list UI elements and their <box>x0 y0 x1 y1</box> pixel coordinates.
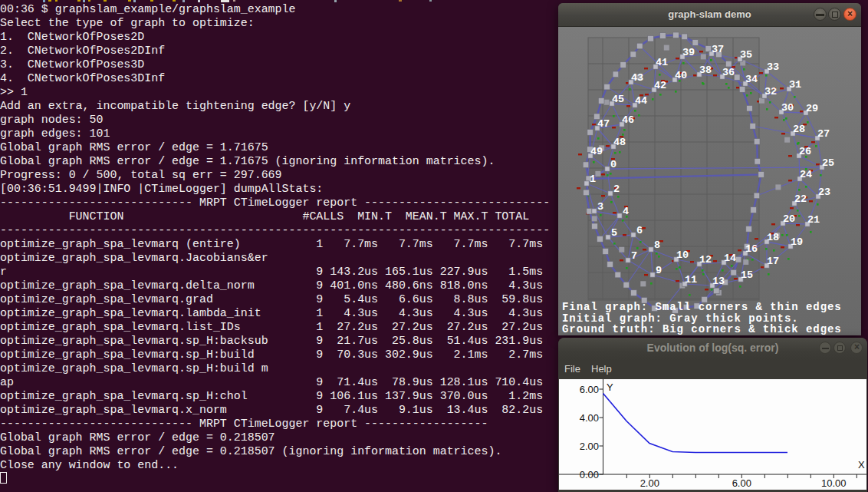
svg-text:19: 19 <box>791 236 803 248</box>
svg-text:37: 37 <box>712 44 724 55</box>
svg-text:38: 38 <box>699 64 712 76</box>
svg-text:23: 23 <box>818 187 830 198</box>
svg-text:25: 25 <box>822 157 834 169</box>
svg-text:47: 47 <box>597 118 610 130</box>
svg-text:28: 28 <box>793 124 805 135</box>
svg-text:13: 13 <box>712 276 725 287</box>
svg-text:0.00: 0.00 <box>580 468 599 480</box>
svg-text:33: 33 <box>767 61 779 73</box>
svg-text:31: 31 <box>789 79 801 91</box>
svg-text:8: 8 <box>654 239 660 251</box>
svg-text:X: X <box>858 459 865 471</box>
svg-text:0: 0 <box>610 159 616 170</box>
svg-text:17: 17 <box>767 256 779 267</box>
svg-text:40: 40 <box>675 70 687 81</box>
svg-text:16: 16 <box>745 243 758 255</box>
svg-text:44: 44 <box>635 95 647 107</box>
svg-text:6: 6 <box>636 225 643 236</box>
svg-text:2: 2 <box>613 183 620 195</box>
svg-text:6.00: 6.00 <box>580 383 599 395</box>
svg-text:15: 15 <box>741 269 753 281</box>
svg-text:Ground truth: Big corners & th: Ground truth: Big corners & thick edges <box>562 323 842 335</box>
svg-text:5: 5 <box>611 227 617 239</box>
svg-text:22: 22 <box>794 193 807 205</box>
svg-text:21: 21 <box>807 214 820 226</box>
svg-text:4: 4 <box>623 206 629 217</box>
svg-text:2.00: 2.00 <box>580 440 599 451</box>
svg-text:45: 45 <box>612 94 624 105</box>
svg-text:2.00: 2.00 <box>640 477 659 488</box>
svg-text:34: 34 <box>745 74 758 85</box>
svg-text:36: 36 <box>722 67 735 78</box>
svg-text:10.00: 10.00 <box>821 477 847 488</box>
svg-text:6.00: 6.00 <box>732 477 751 488</box>
svg-text:43: 43 <box>631 72 643 84</box>
svg-text:18: 18 <box>767 232 779 243</box>
svg-text:7: 7 <box>631 250 637 262</box>
svg-text:41: 41 <box>656 57 668 68</box>
svg-text:27: 27 <box>817 128 830 140</box>
svg-text:9: 9 <box>656 265 662 276</box>
svg-text:29: 29 <box>806 103 818 114</box>
svg-text:20: 20 <box>783 213 795 225</box>
svg-text:35: 35 <box>740 49 752 61</box>
svg-text:12: 12 <box>699 254 712 266</box>
svg-text:10: 10 <box>676 249 689 261</box>
svg-text:49: 49 <box>590 146 603 157</box>
svg-text:48: 48 <box>613 137 626 148</box>
svg-text:11: 11 <box>685 274 697 286</box>
svg-text:24: 24 <box>800 169 812 180</box>
svg-text:14: 14 <box>724 253 736 264</box>
svg-text:30: 30 <box>781 102 794 114</box>
svg-text:4.00: 4.00 <box>580 411 599 423</box>
svg-text:32: 32 <box>764 86 777 97</box>
svg-text:Y: Y <box>607 381 613 393</box>
svg-text:1: 1 <box>590 173 596 185</box>
svg-text:42: 42 <box>654 80 666 91</box>
svg-text:46: 46 <box>622 114 634 126</box>
svg-text:3: 3 <box>597 201 603 213</box>
svg-text:26: 26 <box>799 146 811 157</box>
svg-text:39: 39 <box>682 47 695 58</box>
